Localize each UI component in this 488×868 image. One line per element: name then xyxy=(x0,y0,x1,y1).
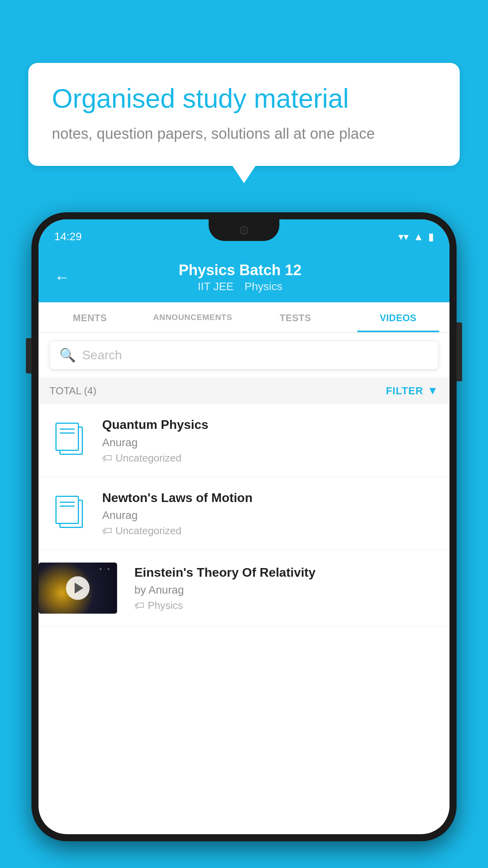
search-box[interactable]: 🔍 Search xyxy=(50,340,438,370)
tag-icon: 🏷 xyxy=(134,600,145,612)
tag-label: Uncategorized xyxy=(116,525,182,537)
tag-label: Uncategorized xyxy=(116,452,182,464)
tag-label: Physics xyxy=(148,600,183,612)
batch-subtitle: IIT JEE Physics xyxy=(78,280,402,293)
video-tag: 🏷 Uncategorized xyxy=(102,525,438,537)
video-info: Newton's Laws of Motion Anurag 🏷 Uncateg… xyxy=(102,490,438,537)
tab-videos[interactable]: VIDEOS xyxy=(347,302,450,332)
doc-front xyxy=(55,496,79,524)
phone-frame: 14:29 ▾▾ ▲ ▮ ← Physics Batch 12 xyxy=(31,212,457,868)
video-tag: 🏷 Physics xyxy=(134,600,442,612)
video-author: Anurag xyxy=(102,436,438,449)
tab-tests[interactable]: TESTS xyxy=(244,302,347,332)
filter-label: FILTER xyxy=(386,385,423,397)
bubble-title: Organised study material xyxy=(52,83,436,115)
filter-button[interactable]: FILTER ▼ xyxy=(386,384,438,397)
battery-icon: ▮ xyxy=(428,231,434,243)
status-bar: 14:29 ▾▾ ▲ ▮ xyxy=(39,219,449,254)
list-item[interactable]: Quantum Physics Anurag 🏷 Uncategorized xyxy=(39,404,449,477)
video-title: Quantum Physics xyxy=(102,417,438,433)
video-list: Quantum Physics Anurag 🏷 Uncategorized xyxy=(39,404,449,627)
status-icons: ▾▾ ▲ ▮ xyxy=(398,231,434,243)
subtitle-iitjee: IIT JEE xyxy=(198,280,233,292)
camera xyxy=(240,226,248,235)
space-background xyxy=(39,563,117,614)
subtitle-physics: Physics xyxy=(244,280,282,292)
list-item[interactable]: Einstein's Theory Of Relativity by Anura… xyxy=(39,550,449,627)
video-author: Anurag xyxy=(102,509,438,522)
tab-announcements[interactable]: ANNOUNCEMENTS xyxy=(141,302,244,332)
app-header: ← Physics Batch 12 IIT JEE Physics xyxy=(39,254,449,302)
video-author: by Anurag xyxy=(134,584,442,596)
status-time: 14:29 xyxy=(54,230,82,243)
signal-icon: ▲ xyxy=(413,231,424,243)
doc-icon xyxy=(55,423,87,458)
tag-icon: 🏷 xyxy=(102,525,112,537)
play-triangle xyxy=(75,583,83,594)
video-title: Newton's Laws of Motion xyxy=(102,490,438,506)
play-button[interactable] xyxy=(66,576,90,600)
doc-front xyxy=(55,423,79,451)
batch-title: Physics Batch 12 xyxy=(78,262,402,279)
video-tag: 🏷 Uncategorized xyxy=(102,452,438,464)
video-info: Einstein's Theory Of Relativity by Anura… xyxy=(127,565,449,612)
notch xyxy=(209,219,279,241)
list-item[interactable]: Newton's Laws of Motion Anurag 🏷 Uncateg… xyxy=(39,477,449,550)
filter-bar: TOTAL (4) FILTER ▼ xyxy=(39,377,449,404)
tab-ments[interactable]: MENTS xyxy=(39,302,141,332)
video-thumbnail xyxy=(39,563,117,614)
file-icon-container xyxy=(50,419,93,462)
speech-bubble: Organised study material notes, question… xyxy=(28,63,460,166)
doc-icon xyxy=(55,496,87,531)
search-placeholder: Search xyxy=(82,348,122,362)
search-icon: 🔍 xyxy=(59,347,76,363)
tag-icon: 🏷 xyxy=(102,452,112,464)
search-container: 🔍 Search xyxy=(39,333,449,377)
phone-shell: 14:29 ▾▾ ▲ ▮ ← Physics Batch 12 xyxy=(31,212,457,841)
filter-icon: ▼ xyxy=(427,384,438,397)
bubble-subtitle: notes, question papers, solutions all at… xyxy=(52,123,436,144)
video-info: Quantum Physics Anurag 🏷 Uncategorized xyxy=(102,417,438,464)
tabs-bar: MENTS ANNOUNCEMENTS TESTS VIDEOS xyxy=(39,302,449,333)
back-button[interactable]: ← xyxy=(54,268,70,286)
phone-screen: 14:29 ▾▾ ▲ ▮ ← Physics Batch 12 xyxy=(39,219,449,834)
header-text: Physics Batch 12 IIT JEE Physics xyxy=(78,262,402,293)
total-count: TOTAL (4) xyxy=(50,385,96,397)
wifi-icon: ▾▾ xyxy=(398,231,409,243)
video-title: Einstein's Theory Of Relativity xyxy=(134,565,442,581)
file-icon-container xyxy=(50,492,93,535)
